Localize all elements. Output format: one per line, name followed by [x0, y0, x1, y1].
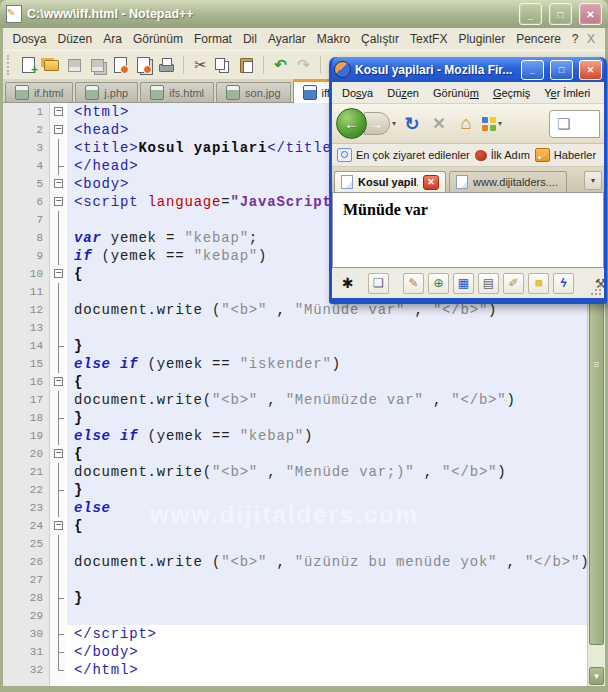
fold-marker[interactable]: [51, 445, 67, 463]
code-line[interactable]: 31</body>: [3, 643, 587, 661]
notepadpp-titlebar[interactable]: C:\www\iff.html - Notepad++ _ □ ✕: [0, 0, 608, 28]
code-line[interactable]: 14}: [3, 337, 587, 355]
npp-menu-item-4[interactable]: Format: [188, 32, 237, 46]
code-line[interactable]: 30</script>: [3, 625, 587, 643]
tab-list-dropdown-icon[interactable]: ▾: [584, 171, 602, 190]
ff-menu-item-3[interactable]: Geçmiş: [486, 87, 537, 99]
scroll-down-icon[interactable]: ▼: [589, 667, 604, 685]
document-close-icon[interactable]: X: [587, 32, 601, 46]
resize-grip[interactable]: [589, 283, 601, 295]
npp-menu-item-7[interactable]: Makro: [311, 32, 355, 46]
npp-menu-item-11[interactable]: Pencere: [511, 32, 567, 46]
npp-menu-item-1[interactable]: Düzen: [52, 32, 98, 46]
back-button[interactable]: ←: [336, 108, 367, 139]
location-bar[interactable]: ❏: [549, 110, 600, 138]
fold-marker[interactable]: [51, 103, 67, 121]
code-line[interactable]: 15else if (yemek == "iskender"): [3, 355, 587, 373]
tab-close-icon[interactable]: ✕: [423, 175, 439, 190]
fold-marker[interactable]: [51, 121, 67, 139]
fold-marker[interactable]: [51, 265, 67, 283]
npp-menu-item-10[interactable]: Pluginler: [453, 32, 511, 46]
close-file-icon[interactable]: [111, 56, 130, 75]
npp-menu-item-2[interactable]: Ara: [98, 32, 128, 46]
grid-dropdown-icon[interactable]: ▾: [498, 119, 502, 128]
pencil-icon[interactable]: ✎: [403, 273, 424, 294]
npp-tab-2[interactable]: ifs.html: [140, 82, 214, 102]
code-line[interactable]: 19else if (yemek == "kebap"): [3, 427, 587, 445]
code-line[interactable]: 20{: [3, 445, 587, 463]
code-line[interactable]: 32</html>: [3, 661, 587, 679]
code-line[interactable]: 29: [3, 607, 587, 625]
floppy-icon[interactable]: ▦: [453, 273, 474, 294]
home-button[interactable]: ⌂: [455, 113, 477, 134]
history-dropdown-icon[interactable]: ▾: [392, 119, 396, 128]
code-line[interactable]: 17document.write("<b>" , "Menümüzde var"…: [3, 391, 587, 409]
reload-button[interactable]: ↻: [401, 113, 423, 135]
npp-tab-0[interactable]: if.html: [5, 82, 73, 102]
ff-tab-0[interactable]: Kosul yapil...✕: [334, 171, 446, 192]
firefox-titlebar[interactable]: Kosul yapilari - Mozilla Fir... _ □ ✕: [332, 57, 604, 82]
npp-menu-item-5[interactable]: Dil: [237, 32, 262, 46]
fold-marker[interactable]: [51, 373, 67, 391]
fold-marker[interactable]: [51, 517, 67, 535]
new-file-icon[interactable]: [19, 56, 38, 75]
quickdial-grid-icon[interactable]: [482, 117, 496, 131]
ff-menu-item-0[interactable]: Dosya: [335, 87, 380, 99]
eraser-icon[interactable]: ✐: [503, 273, 524, 294]
ff-menu-item-5[interactable]: Araçlar: [597, 87, 604, 99]
code-line[interactable]: 16{: [3, 373, 587, 391]
code-line[interactable]: 28}: [3, 589, 587, 607]
npp-menu-item-6[interactable]: Ayarlar: [262, 32, 311, 46]
fold-marker[interactable]: [51, 193, 67, 211]
save-all-icon[interactable]: [88, 56, 107, 75]
code-line[interactable]: 18}: [3, 409, 587, 427]
code-line[interactable]: 13: [3, 319, 587, 337]
fold-marker[interactable]: [51, 175, 67, 193]
stop-button[interactable]: ✕: [428, 114, 450, 133]
code-line[interactable]: 21document.write("<b>" , "Menüde var;)" …: [3, 463, 587, 481]
code-line[interactable]: 25: [3, 535, 587, 553]
bookmark-item-2[interactable]: Haberler: [535, 148, 596, 162]
ff-close-button[interactable]: ✕: [579, 60, 602, 80]
ff-menu-item-2[interactable]: Görünüm: [426, 87, 486, 99]
cut-icon[interactable]: ✂: [191, 56, 210, 75]
print-icon[interactable]: [157, 56, 176, 75]
bug-icon[interactable]: ✱: [337, 273, 358, 294]
code-line[interactable]: 26document.write ("<b>" , "üzünüz bu men…: [3, 553, 587, 571]
save-icon[interactable]: [65, 56, 84, 75]
redo-icon[interactable]: ↷: [294, 56, 313, 75]
undo-icon[interactable]: ↶: [271, 56, 290, 75]
npp-menu-item-9[interactable]: TextFX: [405, 32, 453, 46]
ff-tab-1[interactable]: www.dijitalders....: [449, 171, 567, 192]
code-line[interactable]: 23else: [3, 499, 587, 517]
forward-button[interactable]: →: [364, 112, 390, 135]
maximize-button[interactable]: □: [549, 3, 572, 25]
ff-minimize-button[interactable]: _: [521, 60, 544, 80]
printer-icon[interactable]: ▤: [478, 273, 499, 294]
open-file-icon[interactable]: [42, 56, 61, 75]
scrollbar-thumb[interactable]: [589, 299, 604, 645]
close-button[interactable]: ✕: [579, 3, 602, 25]
note-icon[interactable]: ■: [528, 273, 549, 294]
npp-menu-item-0[interactable]: Dosya: [7, 32, 52, 46]
bookmark-item-0[interactable]: En çok ziyaret edilenler: [337, 148, 470, 162]
npp-menu-item-3[interactable]: Görünüm: [127, 32, 188, 46]
minimize-button[interactable]: _: [519, 3, 542, 25]
npp-menu-item-8[interactable]: Çalıştır: [356, 32, 405, 46]
ff-maximize-button[interactable]: □: [550, 60, 573, 80]
code-line[interactable]: 24{: [3, 517, 587, 535]
lightning-icon[interactable]: ϟ: [553, 273, 574, 294]
paste-icon[interactable]: [237, 56, 256, 75]
ff-menu-item-4[interactable]: Yer İmleri: [537, 87, 597, 99]
close-all-icon[interactable]: [134, 56, 153, 75]
copy-icon[interactable]: [214, 56, 233, 75]
new-page-icon[interactable]: ❏: [368, 273, 389, 294]
ff-menu-item-1[interactable]: Düzen: [380, 87, 426, 99]
code-line[interactable]: 27: [3, 571, 587, 589]
npp-tab-3[interactable]: son.jpg: [216, 82, 290, 102]
code-line[interactable]: 22}: [3, 481, 587, 499]
globe-icon[interactable]: ⊕: [428, 273, 449, 294]
npp-menu-item-12[interactable]: ?: [566, 32, 584, 46]
npp-tab-1[interactable]: j.php: [75, 82, 138, 102]
bookmark-item-1[interactable]: İlk Adım: [475, 149, 530, 161]
